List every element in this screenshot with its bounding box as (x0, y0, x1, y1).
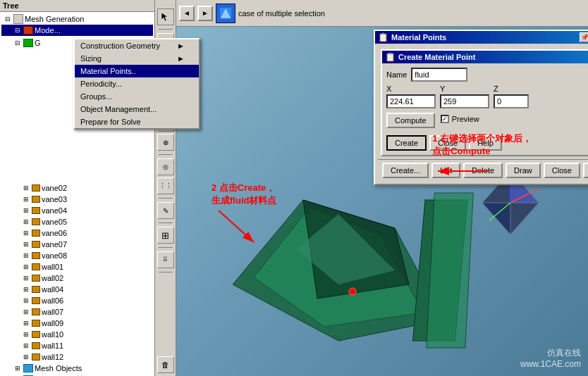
dropdown-menu: Construction Geometry ► Sizing ► Materia… (73, 38, 155, 130)
toolbar-btn-plus[interactable]: ⊞ (157, 227, 174, 244)
watermark: 仿真在线 www.1CAE.com (520, 347, 581, 369)
tree-label-vane08: vane08 (42, 251, 67, 260)
tree-label-model: Mode... (35, 26, 61, 35)
preview-checkbox[interactable]: ✓ (441, 115, 449, 123)
help-button-inner[interactable]: Help (469, 135, 502, 151)
expand-icon-v05: ⊞ (21, 217, 31, 227)
expand-icon-w11: ⊞ (21, 341, 31, 351)
tree-label-wall11: wall11 (42, 341, 63, 350)
coord-labels-row: X Y Z (386, 84, 588, 93)
x-col-label: X (386, 84, 436, 93)
tree-label-vane04: vane04 (42, 206, 67, 215)
toolbar-btn-dots[interactable]: ⋮⋮ (157, 177, 174, 194)
expand-icon-w04: ⊞ (21, 284, 31, 294)
mp-list-btn[interactable]: List (431, 163, 460, 178)
tree-item-wall12[interactable]: ⊞ wall12 (1, 351, 153, 363)
mp-bottom-buttons: Create... List Delete Draw Close Help (378, 159, 588, 181)
menu-item-groups[interactable]: Groups... (75, 90, 155, 103)
mp-close-btn[interactable]: Close (544, 163, 580, 178)
tree-item-wall02[interactable]: ⊞ wall02 (1, 272, 153, 284)
toolbar-btn-grid[interactable]: ⠿ (157, 251, 174, 268)
svg-rect-8 (427, 193, 474, 348)
expand-icon-mesh-obj: ⊞ (13, 363, 23, 373)
title-bar-buttons: 📌 📌 ● ✕ (580, 32, 588, 42)
tree-item-wall01[interactable]: ⊞ wall01 (1, 261, 153, 272)
tree-panel: Tree ⊟ Mesh Generation ⊟ Mode... Constru… (0, 0, 155, 376)
cursor-icon (160, 11, 171, 23)
tree-item-vane07[interactable]: ⊞ vane07 (1, 239, 153, 250)
expand-icon-v06: ⊞ (21, 228, 31, 238)
tree-label-wall10: wall10 (42, 330, 63, 339)
mp-help-btn[interactable]: Help (583, 163, 588, 178)
tree-label-vane05: vane05 (42, 218, 67, 226)
name-input[interactable] (411, 68, 467, 82)
toolbar-btn-pencil[interactable]: ✎ (157, 202, 174, 219)
tree-label-wall01: wall01 (42, 263, 63, 271)
menu-item-sizing[interactable]: Sizing ► (75, 52, 155, 65)
tree-item-vane04[interactable]: ⊞ vane04 (1, 205, 153, 216)
tree-item-wall07[interactable]: ⊞ wall07 (1, 306, 153, 318)
hint-text: case of multiple selection (238, 9, 325, 18)
expand-icon-v03: ⊞ (21, 194, 31, 204)
tree-content: ⊟ Mesh Generation ⊟ Mode... Construction… (0, 12, 154, 376)
dialog-icon-mp: 📋 (378, 32, 388, 42)
menu-item-construction-geometry[interactable]: Construction Geometry ► (75, 39, 155, 52)
tree-item-wall11[interactable]: ⊞ wall11 (1, 340, 153, 351)
name-row: Name (386, 68, 588, 82)
expand-icon-v07: ⊞ (21, 239, 31, 249)
viewport: ⊙ 👁 ◉ ↺ ✥ ⊕ ◎ ⋮⋮ ✎ ⊞ ⠿ 🗑 ◄ ► (155, 0, 588, 376)
btn-pin[interactable]: 📌 (580, 32, 588, 42)
toolbar-btn-trash[interactable]: 🗑 (157, 356, 174, 373)
mp-delete-btn[interactable]: Delete (463, 163, 503, 178)
create-button[interactable]: Create (386, 135, 427, 151)
z-input[interactable] (494, 94, 529, 108)
menu-item-material-points[interactable]: Material Points.. (75, 65, 155, 77)
tree-label-wall09: wall09 (42, 319, 63, 327)
tree-label-mesh-objects: Mesh Objects (35, 364, 82, 372)
toolbar-btn-zoom[interactable]: ⊕ (157, 134, 174, 151)
menu-item-prepare-for-solve[interactable]: Prepare for Solve (75, 115, 155, 128)
coord-inputs-row (386, 94, 588, 108)
tree-item-vane06[interactable]: ⊞ vane06 (1, 227, 153, 239)
y-input[interactable] (440, 94, 489, 108)
tree-item-vane05[interactable]: ⊞ vane05 (1, 216, 153, 227)
tree-item-mesh-objects[interactable]: ⊞ Mesh Objects (1, 363, 153, 374)
wall12-icon (32, 353, 40, 361)
compute-button[interactable]: Compute (386, 113, 435, 128)
toolbar-btn-select[interactable] (157, 8, 174, 25)
sub-dialog-content: Name X Y Z (382, 63, 588, 155)
menu-item-object-management[interactable]: Object Management... (75, 103, 155, 115)
tree-item-wall04[interactable]: ⊞ wall04 (1, 284, 153, 295)
mp-create-btn[interactable]: Create... (382, 163, 429, 178)
tree-label-g: G (35, 39, 41, 47)
x-input[interactable] (386, 94, 436, 108)
menu-item-periodicity[interactable]: Periodicity... (75, 77, 155, 90)
tree-item-vane08[interactable]: ⊞ vane08 (1, 250, 153, 261)
nav-btn-2[interactable]: ► (197, 6, 213, 21)
expand-icon-v02: ⊞ (21, 183, 31, 193)
tree-label-vane02: vane02 (42, 184, 67, 192)
expand-icon-w07: ⊞ (21, 307, 31, 317)
expand-icon-w09: ⊞ (21, 318, 31, 328)
expand-icon-model: ⊟ (13, 25, 23, 35)
tree-item-wall09[interactable]: ⊞ wall09 (1, 318, 153, 329)
tree-item-wall06[interactable]: ⊞ wall06 (1, 295, 153, 306)
title-bar-left: 📋 Material Points (378, 32, 446, 42)
tree-item-vane02[interactable]: ⊞ vane02 (1, 182, 153, 194)
tree-item-vane03[interactable]: ⊞ vane03 (1, 194, 153, 205)
toolbar-sep-4 (159, 198, 173, 199)
expand-icon-v04: ⊞ (21, 206, 31, 215)
sub-dialog-create-mp: 📋 Create Material Point ✕ Name (381, 49, 588, 156)
tree-item-model[interactable]: ⊟ Mode... (1, 25, 153, 36)
mp-draw-btn[interactable]: Draw (506, 163, 541, 178)
expand-icon-w10: ⊞ (21, 330, 31, 339)
expand-icon-v08: ⊞ (21, 251, 31, 261)
toolbar-btn-eye[interactable]: ◎ (157, 158, 174, 175)
expand-icon: ⊟ (3, 14, 13, 24)
expand-icon-w06: ⊞ (21, 296, 31, 306)
tree-item-mesh-generation[interactable]: ⊟ Mesh Generation (1, 13, 153, 25)
tree-item-wall10[interactable]: ⊞ wall10 (1, 329, 153, 340)
app-icon (216, 4, 235, 23)
close-button-inner[interactable]: Close (429, 135, 466, 151)
nav-btn-1[interactable]: ◄ (179, 6, 195, 21)
